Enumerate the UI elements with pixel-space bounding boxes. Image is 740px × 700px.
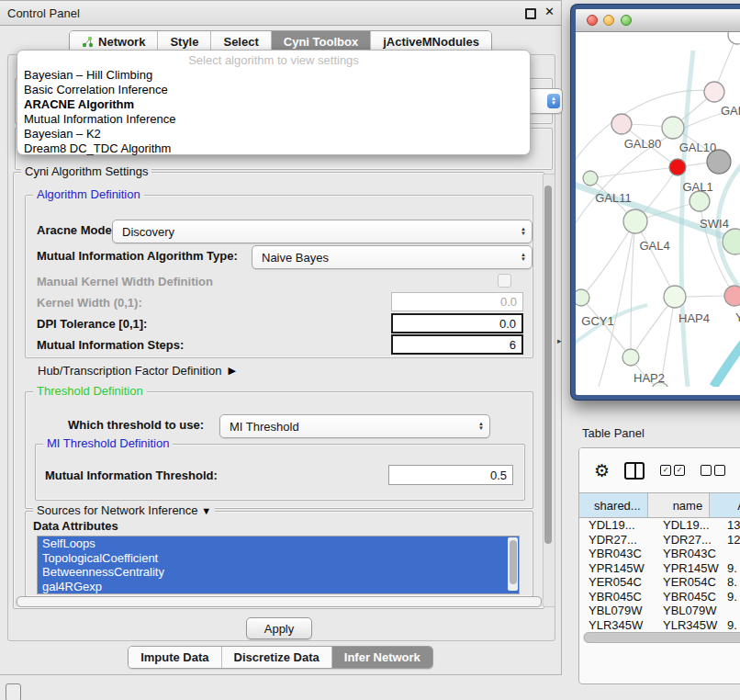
node-gal10 [662, 117, 684, 139]
control-panel-titlebar: Control Panel ✕ [0, 1, 561, 26]
node-label: GCY1 [581, 314, 613, 328]
list-scrollbar-thumb[interactable] [510, 540, 517, 584]
close-traffic-light-icon[interactable] [587, 15, 598, 26]
kernel-width-label: Kernel Width (0,1): [37, 296, 142, 310]
tab-impute-data[interactable]: Impute Data [129, 647, 220, 668]
table-row[interactable]: YDL19...YDL19...13 [579, 518, 740, 533]
table-hscrollbar[interactable] [583, 632, 740, 643]
algorithm-option[interactable]: Basic Correlation Inference [17, 83, 530, 97]
mi-threshold-label: Mutual Information Threshold: [45, 469, 218, 482]
algorithm-definition-title: Algorithm Definition [33, 187, 144, 201]
collapsed-panel-button[interactable] [6, 683, 21, 700]
expand-down-icon[interactable]: ▼ [201, 505, 211, 516]
network-window-titlebar [576, 9, 740, 32]
attribute-item[interactable]: BetweennessCentrality [38, 565, 519, 580]
table-header: shared... name A [579, 492, 740, 518]
apply-button[interactable]: Apply [246, 617, 312, 639]
node-label: GAL80 [624, 137, 661, 151]
mi-type-combo[interactable]: Naive Bayes ▲▼ [252, 245, 533, 269]
attribute-item[interactable]: TopologicalCoefficient [38, 551, 519, 566]
column-header-clipped[interactable]: A [710, 493, 740, 517]
node-label: Y [735, 310, 740, 324]
data-attributes-label: Data Attributes [33, 519, 118, 533]
float-window-icon[interactable] [525, 8, 536, 19]
attribute-item[interactable]: SelfLoops [38, 536, 519, 551]
node-label: HAP2 [633, 371, 665, 385]
table-row[interactable]: YBR045CYBR045C9. [579, 590, 740, 604]
column-header-shared-name[interactable]: shared... [579, 493, 648, 517]
network-labels: GAL GAL80 GAL10 GAL1 SWI4 GAL11 GAL4 GCY… [581, 104, 740, 385]
column-header-name[interactable]: name [648, 493, 710, 517]
table-row[interactable]: YBR043CYBR043C [579, 547, 740, 561]
minimize-traffic-light-icon[interactable] [603, 15, 614, 26]
algorithm-dropdown-list: Select algorithm to view settings Bayesi… [17, 50, 531, 155]
which-threshold-combo[interactable]: MI Threshold ▲▼ [219, 414, 490, 438]
node-label: GAL11 [595, 191, 632, 205]
sources-group: Sources for Network Inference ▼ Data Att… [25, 511, 533, 597]
tab-infer-network[interactable]: Infer Network [331, 647, 432, 668]
tab-discretize-data[interactable]: Discretize Data [221, 647, 331, 668]
mi-threshold-group: MI Threshold Definition Mutual Informati… [35, 444, 525, 501]
attribute-item[interactable]: gal4RGexp [38, 580, 519, 594]
table-row[interactable]: YER054CYER054C8. [579, 575, 740, 590]
node-label: GAL4 [639, 239, 669, 253]
settings-scrollbar[interactable] [543, 174, 555, 607]
table-row[interactable]: YBL079WYBL079W [579, 604, 740, 618]
dpi-tolerance-label: DPI Tolerance [0,1]: [37, 317, 147, 331]
control-panel-window: Control Panel ✕ Network Style [0, 0, 562, 675]
dropdown-arrows-icon: ▲▼ [478, 422, 484, 431]
node-label: GAL1 [682, 180, 712, 194]
dropdown-arrows-icon: ▲▼ [521, 253, 526, 262]
network-icon [82, 36, 94, 48]
cyni-algorithm-settings-group: Cyni Algorithm Settings Algorithm Defini… [13, 172, 544, 609]
deselect-all-checkboxes-icon[interactable] [701, 465, 725, 476]
list-scrollbar[interactable] [508, 537, 518, 591]
dpi-tolerance-input[interactable] [391, 313, 523, 333]
network-canvas[interactable]: GAL GAL80 GAL10 GAL1 SWI4 GAL11 GAL4 GCY… [576, 32, 740, 387]
splitter-arrow-icon[interactable]: ▸ [557, 336, 562, 345]
window-title: Control Panel [7, 6, 80, 20]
table-row[interactable]: YDR27...YDR27...12 [579, 533, 740, 548]
zoom-traffic-light-icon[interactable] [621, 15, 632, 26]
settings-hscrollbar[interactable] [15, 596, 544, 607]
node-gal11 [583, 171, 598, 186]
algorithm-definition-group: Algorithm Definition Aracne Mode: Discov… [25, 195, 533, 358]
mi-threshold-input[interactable] [388, 465, 513, 485]
mi-steps-input[interactable] [391, 334, 523, 355]
network-nodes[interactable] [576, 32, 740, 387]
aracne-mode-combo[interactable]: Discovery ▲▼ [112, 220, 533, 243]
table-toolbar: ⚙ ✓ ✓ [579, 448, 740, 492]
threshold-definition-title: Threshold Definition [33, 384, 147, 398]
node-salmon [724, 286, 740, 306]
kernel-width-input [391, 292, 523, 311]
settings-group-title: Cyni Algorithm Settings [21, 164, 151, 178]
node-gcy1 [576, 289, 589, 306]
algorithm-option[interactable]: Bayesian – Hill Climbing [17, 68, 530, 83]
node-hap2 [622, 349, 639, 366]
algorithm-option[interactable]: Bayesian – K2 [17, 127, 530, 141]
dropdown-arrows-icon: ▲▼ [521, 227, 526, 236]
algorithm-option-selected[interactable]: ARACNE Algorithm [17, 97, 530, 112]
table-row[interactable]: YPR145WYPR145W9. [579, 561, 740, 576]
settings-hscrollbar-thumb[interactable] [17, 596, 542, 607]
gear-icon[interactable]: ⚙ [594, 460, 610, 481]
table-row[interactable]: YLR345WYLR345W9. [579, 618, 740, 631]
bottom-tab-bar: Impute Data Discretize Data Infer Networ… [0, 646, 561, 669]
node-gal7 [704, 82, 724, 102]
select-all-checkboxes-icon[interactable]: ✓ ✓ [660, 465, 685, 476]
threshold-definition-group: Threshold Definition Which threshold to … [25, 391, 533, 509]
mi-steps-label: Mutual Information Steps: [37, 338, 184, 352]
table-panel-title: Table Panel [582, 426, 645, 440]
node-gal4 [623, 209, 647, 233]
table-body: YDL19...YDL19...13 YDR27...YDR27...12 YB… [579, 518, 740, 630]
columns-icon[interactable] [624, 462, 645, 480]
algorithm-option[interactable]: Mutual Information Inference [17, 112, 530, 127]
desktop: Control Panel ✕ Network Style [0, 0, 740, 700]
algorithm-option[interactable]: Dream8 DC_TDC Algorithm [17, 141, 530, 156]
close-icon[interactable]: ✕ [544, 5, 555, 18]
settings-scrollbar-thumb[interactable] [544, 186, 552, 544]
manual-kernel-label: Manual Kernel Width Definition [37, 275, 213, 288]
hub-definition-toggle[interactable]: Hub/Transcription Factor Definition ▶ [38, 364, 236, 378]
table-hscrollbar-thumb[interactable] [584, 632, 740, 643]
dropdown-placeholder: Select algorithm to view settings [17, 52, 530, 68]
